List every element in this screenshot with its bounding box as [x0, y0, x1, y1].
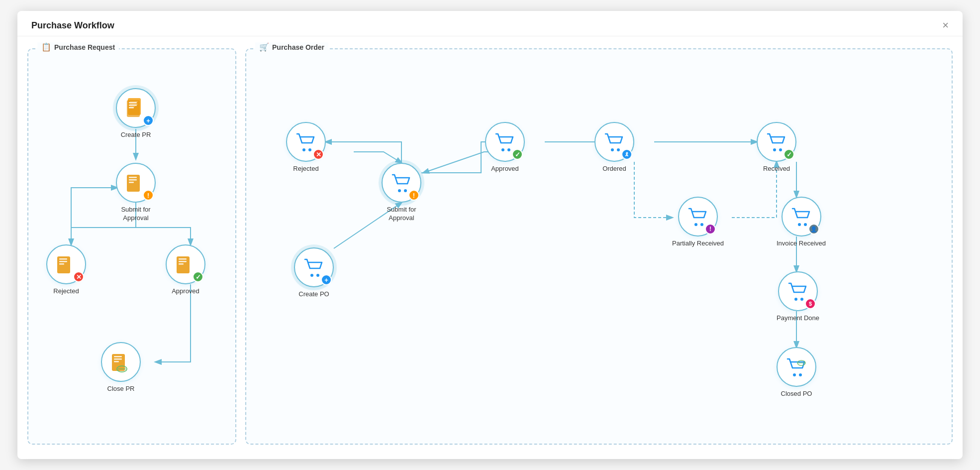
- close-pr-circle: [101, 342, 141, 382]
- close-button[interactable]: ×: [942, 20, 949, 31]
- create-pr-icon: [126, 97, 146, 119]
- submit-approval-pr-label: Submit forApproval: [121, 206, 150, 223]
- po-canvas: + Create PO ! Submit forApproval: [254, 58, 944, 436]
- approved-pr-circle: ✓: [166, 244, 205, 284]
- invoice-received-badge: 👤: [808, 224, 819, 235]
- create-po-icon: [303, 257, 325, 277]
- svg-point-38: [308, 148, 311, 151]
- svg-point-33: [310, 274, 313, 277]
- create-pr-node: + Create PR: [116, 88, 156, 139]
- partially-received-label: Partially Received: [672, 239, 724, 248]
- invoice-received-icon: [790, 207, 812, 227]
- purchase-request-section: 📋 Purchase Request: [27, 48, 236, 445]
- svg-rect-18: [179, 258, 187, 260]
- ordered-po-badge: 🎗: [621, 149, 632, 160]
- approved-pr-icon: [176, 253, 196, 275]
- create-pr-badge: +: [143, 115, 154, 126]
- submit-approval-pr-node: ! Submit forApproval: [116, 163, 156, 223]
- svg-rect-20: [179, 263, 184, 265]
- payment-done-circle: $: [778, 271, 818, 311]
- po-section-label: 🛒 Purchase Order: [255, 42, 328, 52]
- svg-point-37: [302, 148, 305, 151]
- svg-point-48: [804, 223, 807, 226]
- approved-pr-badge: ✓: [193, 271, 203, 282]
- received-node: ✓ Received: [757, 122, 796, 173]
- rejected-pr-label: Rejected: [53, 287, 79, 296]
- approved-pr-node: ✓ Approved: [166, 244, 205, 296]
- svg-point-44: [700, 223, 703, 226]
- create-po-badge: +: [321, 274, 332, 285]
- svg-point-40: [507, 148, 510, 151]
- svg-point-34: [316, 274, 319, 277]
- svg-rect-22: [114, 356, 122, 357]
- po-icon: 🛒: [259, 42, 269, 52]
- svg-point-35: [398, 189, 401, 192]
- svg-rect-11: [129, 179, 137, 181]
- submit-approval-pr-circle: !: [116, 163, 156, 203]
- rejected-pr-circle: ✕: [46, 244, 86, 284]
- partially-received-badge: !: [705, 224, 716, 235]
- rejected-po-node: ✕ Rejected: [286, 122, 326, 173]
- received-label: Received: [763, 165, 790, 173]
- po-arrows: [254, 58, 944, 436]
- create-po-label: Create PO: [298, 290, 329, 299]
- svg-rect-23: [114, 358, 122, 360]
- payment-done-node: $ Payment Done: [777, 271, 819, 323]
- submit-approval-po-circle: !: [382, 163, 421, 203]
- submit-approval-po-badge: !: [408, 190, 419, 201]
- modal-title: Purchase Workflow: [31, 20, 114, 31]
- pr-canvas: + Create PR ! Submit: [36, 58, 227, 436]
- svg-rect-12: [129, 182, 134, 183]
- create-pr-circle: +: [116, 88, 156, 128]
- svg-point-50: [800, 298, 803, 301]
- pr-section-label: 📋 Purchase Request: [37, 42, 119, 52]
- payment-done-badge: $: [805, 298, 816, 309]
- rejected-po-badge: ✕: [313, 149, 324, 160]
- received-icon: [766, 132, 787, 152]
- svg-rect-6: [129, 102, 137, 104]
- ordered-po-node: 🎗 Ordered: [594, 122, 634, 173]
- approved-po-label: Approved: [491, 165, 519, 173]
- create-po-node: + Create PO: [294, 247, 334, 299]
- received-circle: ✓: [757, 122, 796, 162]
- rejected-pr-icon: [56, 253, 76, 275]
- svg-point-39: [501, 148, 504, 151]
- svg-rect-19: [179, 261, 187, 262]
- svg-rect-8: [129, 107, 134, 109]
- rejected-pr-node: ✕ Rejected: [46, 244, 86, 296]
- approved-po-badge: ✓: [512, 149, 523, 160]
- partially-received-icon: [687, 207, 709, 227]
- invoice-received-label: Invoice Received: [777, 239, 826, 248]
- submit-approval-po-icon: [391, 173, 412, 193]
- partially-received-node: ! Partially Received: [672, 197, 724, 248]
- submit-approval-pr-icon: [126, 172, 146, 194]
- close-pr-icon: [111, 351, 131, 373]
- payment-done-label: Payment Done: [777, 314, 819, 323]
- svg-point-43: [694, 223, 697, 226]
- workflow-container: 📋 Purchase Request: [17, 36, 963, 455]
- pr-icon: 📋: [41, 42, 51, 52]
- svg-rect-14: [59, 258, 67, 260]
- svg-rect-24: [114, 361, 119, 362]
- svg-rect-15: [59, 261, 67, 262]
- svg-point-49: [794, 298, 797, 301]
- svg-rect-7: [129, 105, 137, 106]
- closed-po-label: Closed PO: [781, 390, 812, 398]
- svg-point-47: [798, 223, 801, 226]
- create-pr-label: Create PR: [121, 131, 151, 139]
- svg-point-42: [617, 148, 620, 151]
- approved-po-icon: [494, 132, 516, 152]
- ordered-po-icon: [603, 132, 625, 152]
- modal-container: Purchase Workflow × 📋 Purchase Request: [17, 11, 963, 459]
- submit-approval-po-node: ! Submit forApproval: [382, 163, 421, 223]
- submit-approval-po-label: Submit forApproval: [387, 206, 416, 223]
- approved-po-node: ✓ Approved: [485, 122, 525, 173]
- rejected-po-circle: ✕: [286, 122, 326, 162]
- closed-po-circle: [777, 347, 816, 387]
- svg-point-41: [611, 148, 614, 151]
- svg-point-46: [779, 148, 782, 151]
- partially-received-circle: !: [678, 197, 718, 236]
- close-pr-node: Close PR: [101, 342, 141, 393]
- rejected-po-label: Rejected: [293, 165, 318, 173]
- ordered-po-circle: 🎗: [594, 122, 634, 162]
